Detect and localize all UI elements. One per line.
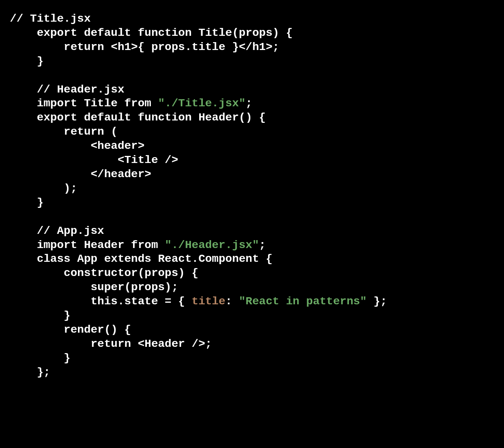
code-token: }; — [367, 295, 387, 308]
code-token: } — [10, 196, 44, 209]
code-token: <header> — [10, 139, 145, 152]
code-token: import Title from — [10, 97, 158, 110]
code-token: // Title.jsx — [10, 12, 91, 25]
code-token: super(props); — [10, 281, 178, 294]
code-token: } — [10, 309, 70, 322]
code-token: this.state = { — [10, 295, 192, 308]
code-token-string: "./Title.jsx" — [158, 97, 245, 110]
code-token: // Header.jsx — [10, 83, 124, 96]
code-token: export default function Title(props) { — [10, 26, 293, 39]
code-token: class App extends React.Component { — [10, 252, 272, 265]
code-block: // Title.jsx export default function Tit… — [0, 0, 504, 391]
code-token: import Header from — [10, 239, 165, 252]
code-token: <Title /> — [10, 154, 178, 167]
code-token: </header> — [10, 168, 151, 181]
code-token: } — [10, 352, 70, 365]
code-token: return <Header />; — [10, 337, 212, 350]
code-token: render() { — [10, 323, 131, 336]
code-token: ; — [246, 97, 252, 110]
code-token: : — [225, 295, 239, 308]
code-token: // App.jsx — [10, 224, 104, 237]
code-token: ); — [10, 182, 77, 195]
code-token-string: "React in patterns" — [239, 295, 367, 308]
code-token: return ( — [10, 125, 118, 138]
code-token: ; — [259, 239, 266, 252]
code-token: constructor(props) { — [10, 267, 198, 280]
code-token: }; — [10, 366, 50, 379]
code-token: } — [10, 55, 44, 68]
code-token-keyword: title — [192, 295, 226, 308]
code-token: export default function Header() { — [10, 111, 266, 124]
code-token-string: "./Header.jsx" — [165, 239, 259, 252]
code-token: return <h1>{ props.title }</h1>; — [10, 41, 279, 54]
